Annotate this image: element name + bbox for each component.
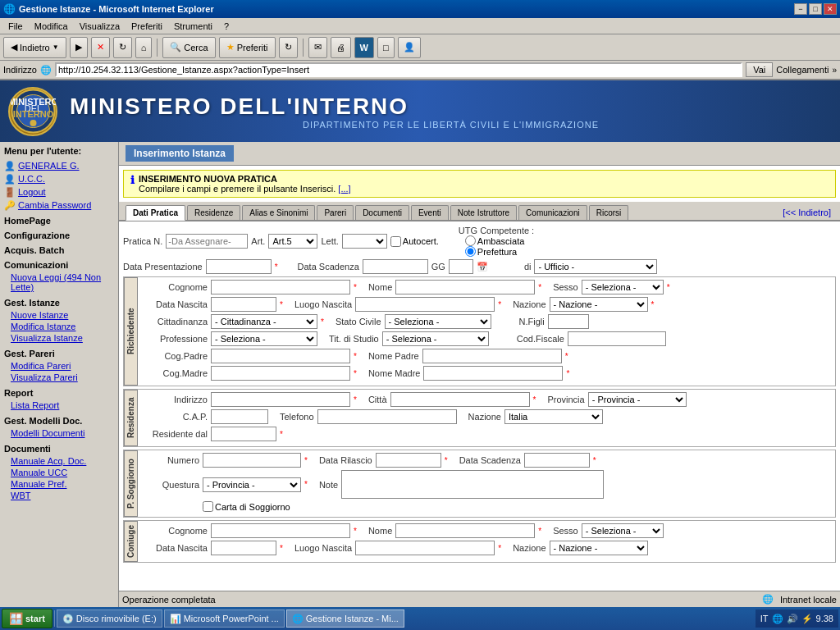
sidebar-item-manuale-pref[interactable]: Manuale Pref.: [4, 478, 114, 490]
sidebar-section-gest-pareri[interactable]: Gest. Pareri: [4, 349, 114, 358]
nome-madre-input[interactable]: [423, 366, 563, 381]
sidebar-item-manuale-ucc[interactable]: Manuale UCC: [4, 467, 114, 478]
tab-eventi[interactable]: Eventi: [411, 205, 449, 220]
mail-button[interactable]: ✉: [308, 37, 327, 58]
lett-select[interactable]: [342, 234, 387, 249]
sidebar-section-configurazione[interactable]: Configurazione: [4, 231, 114, 240]
tab-alias-sinonimi[interactable]: Alias e Sinonimi: [242, 205, 315, 220]
sidebar-item-modifica-pareri[interactable]: Modifica Pareri: [4, 360, 114, 372]
provincia-res-select[interactable]: - Provincia -: [588, 392, 687, 407]
luogo-nascita-input[interactable]: [355, 297, 495, 312]
sidebar-section-comunicazioni[interactable]: Comunicazioni: [4, 260, 114, 270]
cittadinanza-select[interactable]: - Cittadinanza -: [211, 314, 317, 329]
telefono-input[interactable]: [317, 409, 457, 424]
sidebar-section-gest-modelli[interactable]: Gest. Modelli Doc.: [4, 416, 114, 426]
sidebar-item-visualizza-istanze[interactable]: Visualizza Istanze: [4, 332, 114, 344]
vai-button[interactable]: Vai: [746, 62, 773, 77]
menu-help[interactable]: ?: [219, 20, 234, 33]
back-button[interactable]: ◀ Indietro ▼: [3, 37, 66, 58]
sidebar-item-modelli-documenti[interactable]: Modelli Documenti: [4, 427, 114, 439]
stato-civile-select[interactable]: - Seleziona -: [385, 314, 491, 329]
ambasciata-label[interactable]: Ambasciata: [465, 235, 534, 246]
print-button[interactable]: 🖨: [331, 37, 351, 58]
stop-button[interactable]: ✕: [91, 37, 110, 58]
tab-documenti[interactable]: Documenti: [355, 205, 409, 220]
media-button[interactable]: ↻: [279, 37, 298, 58]
nome-padre-input[interactable]: [422, 349, 562, 363]
ambasciata-radio[interactable]: [465, 235, 476, 246]
sidebar-section-homepage[interactable]: HomePage: [4, 216, 114, 226]
gg-input[interactable]: [449, 259, 473, 274]
prefettura-radio[interactable]: [465, 246, 476, 257]
back-link[interactable]: [<< Indietro]: [780, 205, 833, 220]
refresh-button[interactable]: ↻: [113, 37, 132, 58]
data-nascita-input[interactable]: [211, 297, 276, 312]
autocert-checkbox[interactable]: [390, 236, 401, 247]
tab-pareri[interactable]: Pareri: [317, 205, 354, 220]
questura-select[interactable]: - Provincia -: [203, 477, 301, 492]
coniuge-sesso-select[interactable]: - Seleziona -: [582, 523, 664, 538]
prefettura-label[interactable]: Prefettura: [465, 246, 534, 257]
n-figli-input[interactable]: [548, 314, 589, 329]
sidebar-item-nuove-istanze[interactable]: Nuove Istanze: [4, 309, 114, 321]
home-button[interactable]: ⌂: [135, 37, 153, 58]
menu-preferiti[interactable]: Preferiti: [126, 20, 167, 33]
discuss-button[interactable]: □: [377, 37, 395, 58]
coniuge-nazione-select[interactable]: - Nazione -: [550, 541, 648, 555]
info-link[interactable]: [...]: [338, 184, 350, 194]
favorites-button[interactable]: ★ Preferiti: [219, 37, 276, 58]
calendar-icon[interactable]: 📅: [477, 262, 488, 272]
carta-soggiorno-checkbox[interactable]: [203, 501, 213, 512]
sidebar-item-logout[interactable]: Logout: [18, 186, 46, 198]
sidebar-section-report[interactable]: Report: [4, 388, 114, 398]
sidebar-item-lista-report[interactable]: Lista Report: [4, 399, 114, 411]
sidebar-item-cambia-password[interactable]: Cambia Password: [18, 199, 91, 211]
close-button[interactable]: ✕: [824, 3, 837, 15]
numero-input[interactable]: [203, 453, 301, 468]
search-button[interactable]: 🔍 Cerca: [162, 37, 215, 58]
taskbar-item-powerpoint[interactable]: 📊 Microsoft PowerPoint ...: [164, 609, 285, 628]
sidebar-section-gest-istanze[interactable]: Gest. Istanze: [4, 298, 114, 308]
ufficio-select[interactable]: - Ufficio -: [534, 259, 657, 274]
cap-input[interactable]: [211, 409, 268, 424]
maximize-button[interactable]: □: [809, 3, 822, 15]
sidebar-item-nuova-legge[interactable]: Nuova Leggi (494 Non Lette): [4, 272, 114, 293]
cognome-input[interactable]: [211, 280, 350, 294]
start-button[interactable]: 🪟 start: [2, 609, 52, 628]
sidebar-item-modifica-istanze[interactable]: Modifica Istanze: [4, 321, 114, 332]
address-input[interactable]: [55, 62, 742, 77]
sidebar-item-manuale-acq[interactable]: Manuale Acq. Doc.: [4, 455, 114, 467]
menu-visualizza[interactable]: Visualizza: [75, 20, 125, 33]
autocert-checkbox-label[interactable]: Autocert.: [390, 236, 439, 247]
tab-comunicazioni[interactable]: Comunicazioni: [518, 205, 587, 220]
cog-padre-input[interactable]: [211, 349, 350, 363]
sidebar-item-ucc[interactable]: U.C.C.: [18, 173, 45, 185]
edit-button[interactable]: W: [354, 37, 374, 58]
sidebar-item-visualizza-pareri[interactable]: Visualizza Pareri: [4, 372, 114, 383]
coniuge-data-nascita-input[interactable]: [211, 541, 276, 555]
coniuge-luogo-nascita-input[interactable]: [355, 541, 495, 555]
data-scadenza-input[interactable]: [363, 259, 428, 274]
pratica-input[interactable]: [166, 234, 248, 249]
carta-soggiorno-label[interactable]: Carta di Soggiorno: [203, 501, 290, 512]
menu-file[interactable]: File: [3, 20, 28, 33]
citta-input[interactable]: [390, 392, 530, 407]
tit-studio-select[interactable]: - Seleziona -: [382, 331, 489, 346]
sesso-select[interactable]: - Seleziona -: [582, 280, 664, 294]
sidebar-section-documenti[interactable]: Documenti: [4, 444, 114, 454]
nazione-select[interactable]: - Nazione -: [550, 297, 648, 312]
cog-madre-input[interactable]: [211, 366, 350, 381]
cod-fiscale-input[interactable]: [568, 331, 666, 346]
messenger-button[interactable]: 👤: [398, 37, 421, 58]
tab-residenze[interactable]: Residenze: [187, 205, 240, 220]
minimize-button[interactable]: −: [794, 3, 807, 15]
data-rilascio-input[interactable]: [376, 453, 441, 468]
residente-dal-input[interactable]: [211, 427, 276, 441]
sidebar-item-wbt[interactable]: WBT: [4, 490, 114, 501]
taskbar-item-gestione[interactable]: 🌐 Gestione Istanze - Mi...: [286, 609, 404, 628]
nazione-res-select[interactable]: Italia: [504, 409, 603, 424]
art-select[interactable]: Art.5 Art.6 Art.7: [268, 234, 317, 249]
sidebar-section-acquis[interactable]: Acquis. Batch: [4, 245, 114, 255]
menu-modifica[interactable]: Modifica: [30, 20, 73, 33]
data-scadenza2-input[interactable]: [524, 453, 590, 468]
